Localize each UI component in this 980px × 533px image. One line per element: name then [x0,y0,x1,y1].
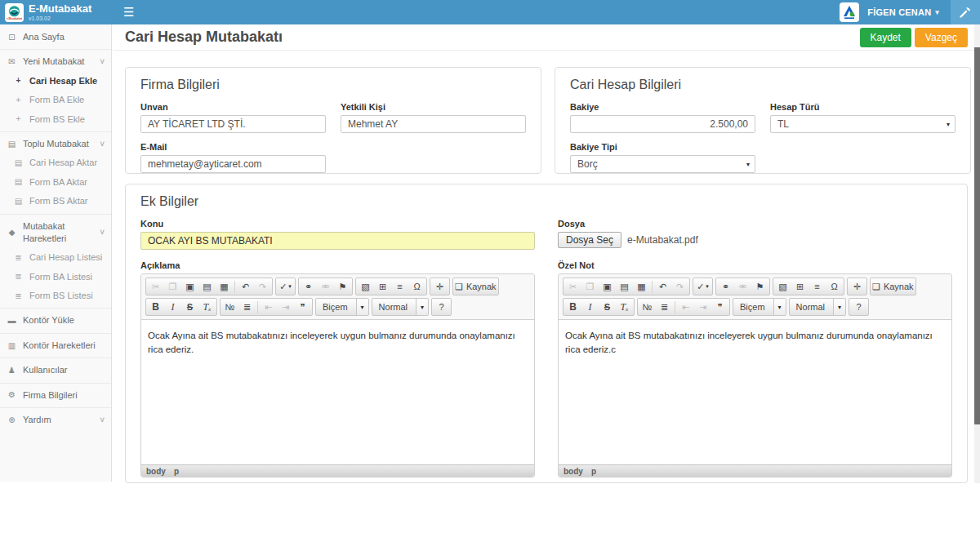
ozel-not-editor-toolbar: ✂❐▣▤▦↶↷✓▾⚭⚮⚑▧⊞≡Ω✛❏KaynakBISTₓ№≣⇤⇥❞Biçem▾… [559,274,951,320]
sidebar-item-cari-hesap-ekle[interactable]: +Cari Hesap Ekle [0,72,111,91]
numbered-list-icon[interactable]: № [639,300,656,314]
remove-format-icon[interactable]: Tₓ [616,300,633,314]
sidebar-item-mutabakat-hareketleri[interactable]: ◆Mutabakat Hareketleri˅ [0,217,111,249]
sidebar-item-label: Toplu Mutabakat [23,138,89,150]
tools-wand-button[interactable] [951,0,980,24]
strike-icon[interactable]: S [599,300,616,314]
sidebar-divider [0,407,111,408]
element-path-p[interactable]: p [174,467,179,476]
table-icon[interactable]: ⊞ [791,279,808,294]
sidebar-item-form-ba-listesi[interactable]: ≣Form BA Listesi [0,268,111,286]
about-icon[interactable]: ? [850,300,867,314]
paste-icon[interactable]: ▣ [181,279,198,294]
sidebar-item-toplu-mutabakat[interactable]: ▤Toplu Mutabakat˅ [0,135,111,153]
yetkili-kisi-input[interactable] [341,115,526,133]
element-path-body[interactable]: body [564,467,583,476]
italic-icon[interactable]: I [164,300,181,314]
topbar: e-Mutabakat E-Mutabakat v1.03.02 ☰ FİGEN… [0,0,980,24]
link-icon[interactable]: ⚭ [300,279,317,294]
paste-text-icon[interactable]: ▤ [198,279,216,294]
hesap-turu-select[interactable]: TL ▾ [770,115,956,133]
maximize-icon[interactable]: ✛ [431,279,448,294]
sidebar-item-ana-sayfa[interactable]: ⊡Ana Sayfa [0,28,111,47]
undo-icon[interactable]: ↶ [237,279,254,294]
spellcheck-icon[interactable]: ✓▾ [277,279,294,294]
user-menu[interactable]: FİGEN CENAN ▾ [867,7,939,17]
sidebar-item-firma-bilgileri[interactable]: ⚙Firma Bilgileri [0,386,111,405]
save-button[interactable]: Kaydet [860,28,911,47]
remove-format-icon[interactable]: Tₓ [198,300,216,314]
page-title: Cari Hesap Mutabakatı [125,29,283,46]
paste-word-icon[interactable]: ▦ [216,279,233,294]
sidebar-item-form-bs-listesi[interactable]: ≣Form BS Listesi [0,286,111,305]
blockquote-icon[interactable]: ❞ [711,300,728,314]
source-icon[interactable]: ❏Kaynak [454,279,497,294]
paragraph-format-combo[interactable]: Normal▾ [789,298,846,316]
link-icon[interactable]: ⚭ [717,279,734,294]
konu-input[interactable] [140,232,535,250]
bakiye-input[interactable] [570,115,755,133]
sidebar-item-cari-hesap-listesi[interactable]: ≣Cari Hesap Listesi [0,248,111,267]
table-icon[interactable]: ⊞ [374,279,391,294]
strike-icon[interactable]: S [181,300,198,314]
bicem-style-combo[interactable]: Biçem▾ [315,298,369,316]
vertical-scrollbar[interactable] [974,24,980,483]
aciklama-editor-body[interactable]: Ocak Ayına ait BS mutabakatınızı inceley… [141,320,534,464]
company-logo-icon [840,2,859,22]
bulleted-list-icon[interactable]: ≣ [656,300,673,314]
spellcheck-icon[interactable]: ✓▾ [694,279,711,294]
sidebar-item-kontor-hareketleri[interactable]: ▥Kontör Hareketleri [0,336,111,355]
bold-icon[interactable]: B [147,300,164,314]
bold-icon[interactable]: B [564,300,581,314]
numbered-list-icon: № [643,302,653,312]
sidebar-item-form-ba-aktar[interactable]: ▤Form BA Aktar [0,173,111,192]
sidebar-item-yardim[interactable]: ⊕Yardım˅ [0,411,111,429]
hamburger-menu-icon[interactable]: ☰ [112,0,145,24]
toolbar-group: ? [431,298,452,316]
source-button-label: Kaynak [466,282,497,291]
anchor-icon[interactable]: ⚑ [334,279,351,294]
element-path-body[interactable]: body [146,467,166,476]
bulleted-list-icon[interactable]: ≣ [238,300,256,314]
sidebar-item-kontor-yukle[interactable]: ▬Kontör Yükle [0,311,111,330]
sidebar-item-kullanicilar[interactable]: ♟Kullanıcılar [0,361,111,380]
horizontal-rule-icon[interactable]: ≡ [808,279,826,294]
about-icon[interactable]: ? [433,300,450,314]
indent-icon: ⇥ [282,302,289,313]
table-icon: ⊞ [796,282,804,292]
paste-text-icon[interactable]: ▤ [616,279,633,294]
ozel-not-editor-body[interactable]: Ocak Ayına ait BS mutabakatınızı inceley… [559,320,951,464]
undo-icon[interactable]: ↶ [654,279,671,294]
special-char-icon[interactable]: Ω [408,279,425,294]
source-icon[interactable]: ❏Kaynak [871,279,915,294]
bicem-style-combo[interactable]: Biçem▾ [733,298,786,316]
italic-icon[interactable]: I [581,300,599,314]
sidebar-item-form-bs-aktar[interactable]: ▤Form BS Aktar [0,192,111,211]
special-char-icon: Ω [831,282,837,291]
numbered-list-icon[interactable]: № [221,300,238,314]
dosya-sec-button[interactable]: Dosya Seç [558,232,621,248]
bakiye-tipi-select[interactable]: Borç ▾ [570,155,755,173]
paste-word-icon[interactable]: ▦ [633,279,650,294]
email-input[interactable] [140,155,326,173]
sidebar-item-form-ba-ekle[interactable]: +Form BA Ekle [0,91,111,109]
image-icon[interactable]: ▧ [357,279,374,294]
undo-icon: ↶ [242,282,249,292]
cancel-button[interactable]: Vazgeç [915,28,968,47]
sidebar-item-form-bs-ekle[interactable]: +Form BS Ekle [0,110,111,129]
blockquote-icon[interactable]: ❞ [294,300,311,314]
sidebar-item-yeni-mutabakat[interactable]: ✉Yeni Mutabakat˅ [0,52,111,71]
paste-icon[interactable]: ▣ [599,279,616,294]
horizontal-rule-icon[interactable]: ≡ [391,279,408,294]
maximize-icon[interactable]: ✛ [849,279,866,294]
brand-version: v1.03.02 [29,16,91,21]
unvan-input[interactable] [140,115,326,133]
special-char-icon[interactable]: Ω [826,279,843,294]
sidebar-item-cari-hesap-aktar[interactable]: ▤Cari Hesap Aktar [0,153,111,172]
image-icon[interactable]: ▧ [774,279,791,294]
scrollbar-thumb[interactable] [974,47,980,424]
element-path-p[interactable]: p [591,467,596,476]
ozel-not-label: Özel Not [558,260,952,270]
anchor-icon[interactable]: ⚑ [751,279,768,294]
paragraph-format-combo[interactable]: Normal▾ [372,298,429,316]
